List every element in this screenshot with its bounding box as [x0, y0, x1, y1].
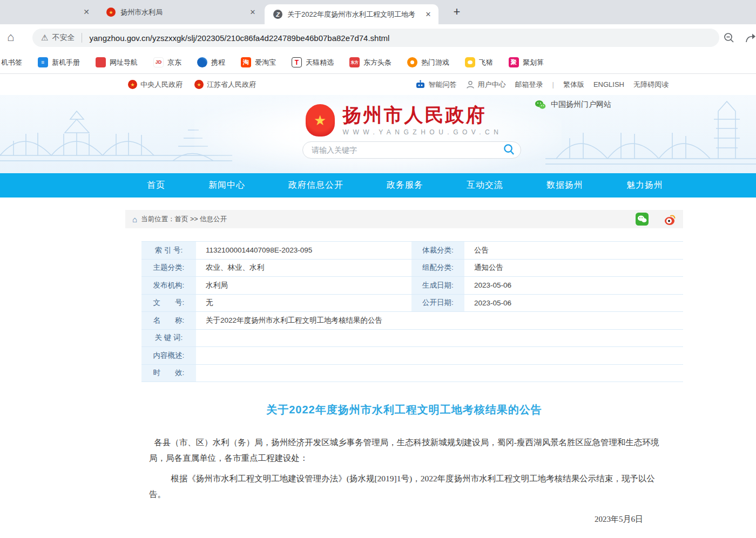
tab-title: 关于2022年度扬州市水利工程文明工地考	[287, 10, 419, 19]
nav-item-info-disclosure[interactable]: 政府信息公开	[288, 180, 343, 191]
bookmark-juhuasuan[interactable]: 聚 聚划算	[509, 57, 544, 67]
document-info-table: 索 引 号: 11321000014407098E-2023-095 体裁分类:…	[141, 241, 683, 382]
field-value-keywords	[197, 330, 683, 347]
breadcrumb-text[interactable]: 当前位置：首页 >> 信息公开	[141, 215, 227, 224]
bookmark-label: 聚划算	[523, 58, 544, 67]
divider: |	[552, 80, 554, 88]
link-smart-qa[interactable]: 智能问答	[415, 80, 457, 90]
article-paragraph: 根据《扬州市水利工程文明工地建设管理办法》(扬水规[2019]1号)，2022年…	[149, 471, 659, 502]
link-mail-login[interactable]: 邮箱登录	[515, 80, 543, 90]
home-icon[interactable]: ⌂	[132, 215, 137, 223]
bookmark-label: 新机手册	[52, 58, 80, 67]
bookmark-ctrip[interactable]: 携程	[197, 57, 225, 67]
eastday-icon: 东方	[349, 57, 360, 67]
nav-item-data[interactable]: 数据扬州	[546, 180, 583, 191]
user-icon	[466, 80, 475, 89]
search-icon[interactable]	[503, 143, 515, 158]
search-input[interactable]	[312, 146, 503, 154]
bookmark-eastday[interactable]: 东方 东方头条	[349, 57, 392, 67]
link-english[interactable]: ENGLISH	[593, 80, 624, 88]
table-row: 名 称: 关于2022年度扬州市水利工程文明工地考核结果的公告	[141, 312, 683, 330]
bookmark-aitaobao[interactable]: 淘 爱淘宝	[241, 57, 276, 67]
bookmark-label: 京东	[167, 58, 181, 67]
game-icon	[407, 57, 417, 67]
table-row: 主题分类: 农业、林业、水利 组配分类: 通知公告	[141, 260, 683, 277]
bookmark-fliggy[interactable]: 飞猪	[465, 57, 493, 67]
table-row: 时 效:	[141, 365, 683, 383]
field-label: 文 号:	[141, 295, 197, 312]
link-label: 中央人民政府	[140, 80, 183, 90]
field-value-issuing-agency: 水利局	[197, 277, 410, 294]
bookmark-label: 爱淘宝	[255, 58, 276, 67]
article-date: 2023年5月6日	[125, 514, 643, 525]
site-name: 扬州市人民政府	[343, 105, 503, 126]
bookmark-jd[interactable]: JD 京东	[153, 57, 181, 67]
divider	[82, 33, 82, 43]
taobao-icon: 淘	[241, 57, 251, 67]
nav-item-interaction[interactable]: 互动交流	[467, 180, 503, 191]
field-label: 组配分类:	[410, 260, 465, 277]
bookmark-label: 热门游戏	[421, 58, 449, 67]
link-central-government[interactable]: ★ 中央人民政府	[128, 80, 183, 90]
url-text[interactable]: yangzhou.gov.cn/yzszxxgk/slj/202305/210c…	[89, 33, 389, 43]
link-label: 邮箱登录	[515, 80, 543, 90]
close-icon[interactable]: ✕	[248, 8, 258, 17]
tab-announcement-active[interactable]: Z 关于2022年度扬州市水利工程文明工地考 ✕	[265, 4, 438, 24]
address-bar[interactable]: ⚠ 不安全 yangzhou.gov.cn/yzszxxgk/slj/20230…	[32, 29, 719, 47]
national-emblem-icon: ★	[128, 80, 137, 89]
bookmark-label: 东方头条	[363, 58, 392, 67]
bookmark-label: 飞猪	[479, 58, 493, 67]
nav-item-news[interactable]: 新闻中心	[208, 180, 245, 191]
page-content: ⌂ 当前位置：首页 >> 信息公开 索 引 号: 113210000144070…	[125, 210, 683, 538]
main-navigation: 首页 新闻中心 政府信息公开 政务服务 互动交流 数据扬州 魅力扬州	[0, 173, 756, 198]
field-value-topic-category: 农业、林业、水利	[197, 260, 410, 277]
close-icon[interactable]: ✕	[81, 6, 92, 17]
portal-label: 中国扬州门户网站	[535, 100, 611, 110]
share-icon[interactable]	[744, 31, 756, 44]
zoom-out-icon[interactable]	[723, 31, 735, 44]
site-logo[interactable]: ★ 扬州市人民政府 WWW.YANGZHOU.GOV.CN	[26, 104, 756, 137]
share-weibo-icon[interactable]	[663, 213, 677, 226]
field-label: 内容概述:	[141, 347, 197, 364]
table-row: 发布机构: 水利局 生成日期: 2023-05-06	[141, 277, 683, 295]
link-traditional-chinese[interactable]: 繁体版	[563, 80, 584, 90]
search-box	[302, 141, 521, 159]
bookmark-label: 网址导航	[110, 58, 138, 67]
field-label: 生成日期:	[410, 277, 465, 294]
tab-yangzhou-water-bureau[interactable]: ★ 扬州市水利局 ✕	[99, 0, 262, 24]
link-label: ENGLISH	[593, 80, 624, 88]
link-accessibility[interactable]: 无障碍阅读	[633, 80, 669, 90]
tmall-icon: T	[292, 57, 302, 67]
field-value-genre: 公告	[465, 242, 683, 259]
security-label[interactable]: 不安全	[52, 33, 75, 43]
link-jiangsu-government[interactable]: ★ 江苏省人民政府	[194, 80, 256, 90]
bookmark-tmall[interactable]: T 天猫精选	[292, 57, 334, 67]
field-value-create-date: 2023-05-06	[465, 277, 683, 294]
bookmark-label: 携程	[211, 58, 225, 67]
wechat-icon	[535, 100, 546, 110]
nav-item-services[interactable]: 政务服务	[387, 180, 423, 191]
link-user-center[interactable]: 用户中心	[466, 80, 506, 90]
manual-icon: ≡	[38, 57, 48, 67]
new-tab-button[interactable]: +	[449, 5, 464, 20]
nav-item-charm[interactable]: 魅力扬州	[626, 180, 663, 191]
field-label: 主题分类:	[141, 260, 197, 277]
field-value-publish-date: 2023-05-06	[465, 295, 683, 312]
link-label: 繁体版	[563, 80, 584, 90]
nav-item-home[interactable]: 首页	[147, 180, 165, 191]
link-label: 用户中心	[478, 80, 506, 90]
home-icon[interactable]: ⌂	[7, 30, 14, 44]
bookmark-new-device-manual[interactable]: ≡ 新机手册	[38, 57, 80, 67]
close-icon[interactable]: ✕	[423, 10, 433, 19]
bookmark-hot-games[interactable]: 热门游戏	[407, 57, 449, 67]
share-wechat-icon[interactable]	[636, 213, 649, 226]
bookmark-url-navigation[interactable]: 网址导航	[96, 57, 138, 67]
table-row: 文 号: 无 公开日期: 2023-05-06	[141, 295, 683, 312]
nav-site-icon	[96, 57, 106, 67]
bookmark-mobile-bookmarks[interactable]: 机书签	[1, 58, 22, 67]
field-value-group-category: 通知公告	[465, 260, 683, 277]
not-secure-warning-icon: ⚠	[41, 33, 48, 43]
national-emblem-icon: ★	[194, 80, 204, 89]
article-title: 关于2022年度扬州市水利工程文明工地考核结果的公告	[125, 403, 683, 417]
field-value-index-number: 11321000014407098E-2023-095	[197, 242, 410, 259]
